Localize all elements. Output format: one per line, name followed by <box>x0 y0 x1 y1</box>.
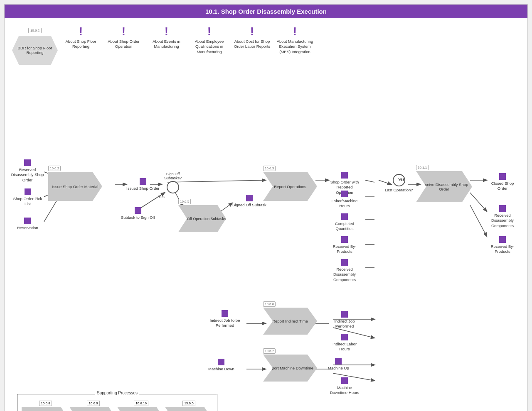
diagram-area: 10.6.2 BDR for Shop Floor Reporting ! Ab… <box>5 18 527 411</box>
shop-order-reported-square <box>341 172 348 179</box>
machine-up-square <box>335 358 342 365</box>
indirect-labor-square <box>341 334 348 340</box>
received-disassembly-node: Received Disassembly Components <box>328 259 361 282</box>
create-material-review-node[interactable]: 13.9.5 Create Material Review Board Case <box>165 401 213 411</box>
report-indirect-ref: 10.6.6 <box>263 301 276 307</box>
signed-off-subtask-node: Signed Off Subtask <box>232 195 266 208</box>
received-byproducts-square <box>341 236 348 243</box>
exclaim-cost: ! About Cost for Shop Order Labor Report… <box>232 26 272 49</box>
reserved-disassembly-node: Reserved Disassembly Shop Order <box>11 159 44 183</box>
indirect-job-label: Indirect Job to be Performed <box>208 318 241 328</box>
subtask-sign-off-node: Subtask to Sign Off <box>121 207 155 220</box>
svg-line-10 <box>365 180 374 182</box>
main-container: 10.1. Shop Order Disassembly Execution 1… <box>4 4 528 411</box>
exclaim-shop-floor: ! About Shop Floor Reporting <box>61 26 101 49</box>
shop-order-pick-label: Shop Order Pick List <box>12 196 43 207</box>
report-machine-label: Report Machine Downtime <box>267 366 313 370</box>
issue-shop-order-node[interactable]: 10.6.2 Issue Shop Order Material <box>48 164 102 201</box>
receive-disassembly-node[interactable]: 10.1.1 Receive Disassembly Shop Order <box>416 163 472 202</box>
bdr-label: BDR for Shop Floor Reporting <box>12 46 58 55</box>
reservation-label: Reservation <box>17 225 38 230</box>
supporting-processes-box: Supporting Processes 10.6.8 Maintain Sho… <box>17 394 217 411</box>
exclaim-icon-2: ! <box>122 26 126 37</box>
labor-machine-label: Labor/Machine Hours <box>328 198 361 209</box>
sign-off-operation-node[interactable]: 10.6.5 Sign Off Operation Subtasks <box>178 197 226 232</box>
title-bar: 10.1. Shop Order Disassembly Execution <box>5 5 527 18</box>
shop-order-pick-list-node: Shop Order Pick List <box>12 188 43 207</box>
received-byproducts-node: Received By-Products <box>328 236 361 254</box>
reservation-square <box>24 218 31 224</box>
svg-line-19 <box>470 205 487 236</box>
received-disassembly2-square <box>499 205 506 212</box>
closed-shop-order-node: Closed Shop Order <box>486 173 519 191</box>
receive-disassembly-label: Receive Disassembly Shop Order <box>416 182 472 191</box>
reserved-disassembly-square <box>24 159 31 166</box>
exclaim-events: ! About Events in Manufacturing <box>147 26 186 49</box>
exclaim-qualifications: ! About Employee Qualifications in Manuf… <box>190 26 229 54</box>
received-disassembly2-label: Received Disassembly Components <box>486 213 519 228</box>
received-byproducts2-node: Received By-Products <box>486 236 519 254</box>
indirect-job-performed-node: Indirect Job Performed <box>328 311 361 329</box>
sign-off-op-label: Sign Off Operation Subtasks <box>179 217 226 221</box>
machine-up-label: Machine Up <box>328 366 349 371</box>
report-ops-label: Report Operations <box>274 184 306 189</box>
report-operations-node[interactable]: 10.6.3 Report Operations <box>263 164 317 201</box>
exclaim-shop-order-op: ! About Shop Order Operation <box>104 26 143 49</box>
bdr-ref-node[interactable]: 10.6.2 BDR for Shop Floor Reporting <box>12 28 58 65</box>
issued-shop-square <box>140 178 146 185</box>
indirect-job-square <box>222 310 228 317</box>
signed-off-square <box>246 195 253 201</box>
machine-up-node: Machine Up <box>328 358 349 371</box>
report-ops-ref: 10.6.3 <box>263 166 276 171</box>
report-indirect-time-node[interactable]: 10.6.6 Report Indirect Time <box>263 299 317 335</box>
svg-line-18 <box>470 193 487 211</box>
analyze-ref: 10.6.9 <box>87 401 99 406</box>
page-title: 10.1. Shop Order Disassembly Execution <box>205 8 327 15</box>
machine-monitoring-node[interactable]: 10.6.10 Machine Monitoring and Performan… <box>117 401 165 411</box>
shop-order-pick-square <box>25 188 31 195</box>
exclaim-label-5: About Cost for Shop Order Labor Reports <box>232 39 272 49</box>
create-material-ref: 13.9.5 <box>182 401 195 406</box>
issued-shop-label: Issued Shop Order <box>126 186 160 191</box>
received-disassembly2-node: Received Disassembly Components <box>486 205 519 228</box>
exclaim-label-3: About Events in Manufacturing <box>147 39 186 49</box>
closed-shop-label: Closed Shop Order <box>486 181 519 191</box>
sign-off-circle <box>167 181 179 193</box>
reserved-disassembly-label: Reserved Disassembly Shop Order <box>11 167 44 183</box>
supporting-label: Supporting Processes <box>95 391 139 395</box>
closed-shop-square <box>499 173 506 180</box>
last-operation-node: Last Operation? Yes <box>385 174 413 193</box>
labor-machine-node: Labor/Machine Hours <box>328 191 361 209</box>
subtask-square <box>135 207 141 214</box>
exclaim-icon-5: ! <box>250 26 254 37</box>
exclaim-icon-6: ! <box>293 26 297 37</box>
maintain-shop-order-node[interactable]: 10.6.8 Maintain Shop Order <box>22 401 69 411</box>
sign-off-op-ref: 10.6.5 <box>178 199 191 204</box>
report-machine-downtime-node[interactable]: 10.6.7 Report Machine Downtime <box>263 346 317 382</box>
received-byproducts2-label: Received By-Products <box>486 244 519 254</box>
report-machine-ref: 10.6.7 <box>263 348 276 354</box>
exclaim-label-4: About Employee Qualifications in Manufac… <box>190 39 229 54</box>
indirect-job-perf-label: Indirect Job Performed <box>328 319 361 329</box>
subtask-label: Subtask to Sign Off <box>121 215 155 220</box>
indirect-labor-hours-node: Indirect Labor Hours <box>328 334 361 352</box>
signed-off-label: Signed Off Subtask <box>232 203 266 208</box>
exclaim-label-6: About Manufacturing Execution System (ME… <box>275 39 315 54</box>
exclaim-icon-3: ! <box>165 26 168 37</box>
report-indirect-label: Report Indirect Time <box>272 319 308 323</box>
issue-ref: 10.6.2 <box>48 166 61 171</box>
machine-down-label: Machine Down <box>208 367 234 372</box>
exclaim-icon-4: ! <box>207 26 211 37</box>
exclaim-mes: ! About Manufacturing Execution System (… <box>275 26 315 54</box>
flow-diagram: Reserved Disassembly Shop Order Shop Ord… <box>9 74 523 386</box>
exclaim-label-1: About Shop Floor Reporting <box>61 39 101 49</box>
receive-disassembly-ref: 10.1.1 <box>416 165 429 170</box>
received-disassembly-label: Received Disassembly Components <box>328 267 361 282</box>
completed-quantities-square <box>341 213 348 220</box>
machine-monitoring-ref: 10.6.10 <box>134 401 148 406</box>
analyze-shop-order-node[interactable]: 10.6.9 Analyze Shop Order <box>69 401 117 411</box>
received-byproducts-label: Received By-Products <box>328 244 361 254</box>
indirect-job-input-node: Indirect Job to be Performed <box>208 310 241 328</box>
received-byproducts2-square <box>499 236 506 243</box>
machine-down-square <box>218 359 224 365</box>
